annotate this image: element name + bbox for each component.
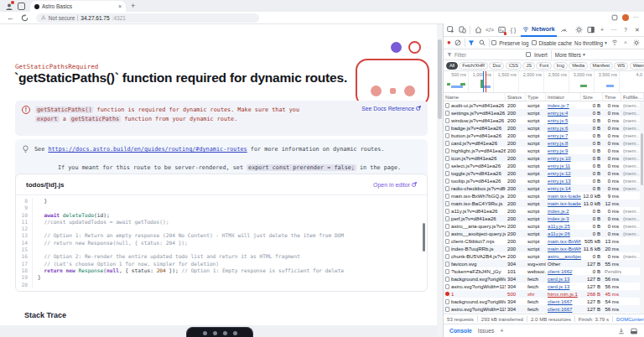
request-initiator[interactable]: card.js:13: [548, 283, 569, 289]
filter-input[interactable]: Filter: [447, 52, 522, 58]
drawer-tab--[interactable]: +: [500, 328, 503, 334]
filter-chip-ws[interactable]: WS: [614, 62, 628, 70]
network-row[interactable]: a11y.js?v=d841ea26200scriptindex.js:20 B…: [444, 207, 644, 215]
security-label[interactable]: Not secure: [49, 15, 75, 21]
filter-chip-img[interactable]: Img: [553, 62, 568, 70]
request-initiator[interactable]: htmx.min.js:1: [548, 291, 578, 297]
network-row[interactable]: icon.js?v=d841ea26200scriptentry.js:100 …: [444, 154, 644, 162]
request-initiator[interactable]: entry.js:14: [548, 185, 571, 191]
network-conditions-icon[interactable]: [610, 39, 619, 47]
filter-chip-js[interactable]: JS: [522, 62, 534, 70]
request-initiator[interactable]: entry.js:11: [548, 163, 570, 168]
request-name[interactable]: astro.svg?origWidth=1158&…: [451, 283, 506, 290]
sources-tab-icon[interactable]: { }: [509, 26, 517, 34]
elements-tab-icon[interactable]: </>: [486, 26, 494, 34]
filter-toggle-icon[interactable]: [467, 39, 475, 47]
invert-checkbox[interactable]: [526, 52, 531, 57]
astro-icon[interactable]: [203, 331, 207, 335]
preserve-log-checkbox[interactable]: [491, 40, 496, 45]
clear-button[interactable]: [454, 39, 462, 47]
network-row[interactable]: 1500xhrhtmx.min.js:1268 B45 ms: [444, 290, 644, 298]
device-toolbar-icon[interactable]: [458, 26, 466, 34]
extensions-icon[interactable]: [611, 14, 618, 21]
help-icon[interactable]: ?: [621, 26, 630, 34]
request-name[interactable]: card.js?v=d841ea26: [451, 139, 497, 147]
request-initiator[interactable]: index.js:2: [548, 208, 569, 214]
network-row[interactable]: tooltip.js?v=d841ea26200scriptentry.js:1…: [444, 177, 644, 184]
column-header-time[interactable]: Time: [603, 93, 621, 101]
request-name[interactable]: window.js?v=d841ea26: [451, 117, 504, 124]
add-panel-icon[interactable]: +: [598, 26, 606, 34]
column-header-name[interactable]: Name: [444, 93, 506, 101]
astro-dev-toolbar[interactable]: [186, 327, 253, 337]
open-in-editor-link[interactable]: Open in editor: [373, 182, 417, 188]
request-initiator[interactable]: main.tsx-BxWh7…: [548, 246, 581, 251]
dock-side-icon[interactable]: [586, 26, 595, 34]
page-scrollbar[interactable]: [437, 24, 443, 337]
request-initiator[interactable]: entry.js:13: [548, 178, 571, 184]
request-name[interactable]: main.tsx-BxWh7bGQ.js: [451, 192, 504, 200]
network-row[interactable]: astro__axobject-query.js?…200scripta11y.…: [444, 230, 644, 237]
network-row[interactable]: index-B7uujRRb.js200scriptmain.tsx-BxWh7…: [444, 245, 644, 252]
search-icon[interactable]: [478, 39, 486, 47]
docs-reference-link[interactable]: See Docs Reference: [361, 106, 421, 131]
filter-chip-font[interactable]: Font: [536, 62, 552, 70]
request-name[interactable]: astro.svg?origWidth=1158&…: [451, 305, 506, 313]
network-row[interactable]: astro.svg?origWidth=1158&…304fetchclient…: [444, 305, 644, 313]
request-name[interactable]: 1: [451, 290, 454, 298]
tab-network[interactable]: Network: [521, 23, 557, 37]
request-initiator[interactable]: main.tsx-BxWh7…: [548, 238, 581, 244]
network-row[interactable]: toggle.js?v=d841ea26200scriptentry.js:12…: [444, 169, 644, 177]
network-row[interactable]: badge.js?v=d841ea26200scriptentry.js:60 …: [444, 124, 644, 132]
expand-icon[interactable]: ^: [621, 39, 630, 47]
request-name[interactable]: settings.js?v=d841ea26: [451, 109, 505, 117]
refresh-button[interactable]: [21, 14, 29, 22]
request-name[interactable]: highlight.js?v=d841ea26: [451, 147, 506, 154]
request-initiator[interactable]: entry.js:10: [548, 155, 571, 161]
network-row[interactable]: background.svg?origWidth=…304fetchclient…: [444, 298, 644, 305]
network-row[interactable]: settings.js?v=d841ea26200scriptentry.js:…: [444, 109, 644, 117]
column-header-initiator[interactable]: Initiator: [546, 93, 581, 101]
table-scrollbar[interactable]: [640, 101, 644, 314]
invert-label[interactable]: Invert: [534, 52, 548, 58]
request-initiator[interactable]: client:1662: [548, 268, 572, 274]
network-row[interactable]: button.js?v=d841ea26200scriptentry.js:70…: [444, 132, 644, 139]
request-initiator[interactable]: index.js:3: [548, 215, 569, 221]
column-header-type[interactable]: Type: [526, 93, 546, 101]
network-row[interactable]: window.js?v=d841ea26200scriptentry.js:50…: [444, 117, 644, 124]
drawer-tab-issues[interactable]: Issues: [478, 328, 495, 334]
network-row[interactable]: background.svg?origWidth=…304fetchcard.j…: [444, 275, 644, 283]
network-row[interactable]: main.tsx-BaC4Y9Ru.js200scriptmain.tsx-lo…: [444, 200, 644, 207]
drawer-tab-console[interactable]: Console: [449, 328, 472, 334]
request-name[interactable]: client-C6tbkct7.mjs: [451, 237, 494, 245]
request-initiator[interactable]: entry.js:5: [548, 117, 568, 123]
browser-tab[interactable]: Astro Basics ×: [30, 1, 126, 12]
request-name[interactable]: astro__axobject-query.js?…: [451, 230, 506, 237]
request-initiator[interactable]: a11y.js:26: [548, 231, 570, 236]
network-row[interactable]: highlight.js?v=d841ea26200scriptentry.js…: [444, 147, 644, 154]
request-name[interactable]: radio-checkbox.js?v=d841…: [451, 184, 506, 192]
request-name[interactable]: perf.js?v=d841ea26: [451, 215, 496, 222]
column-header-status[interactable]: Status: [506, 93, 526, 101]
request-name[interactable]: index-B7uujRRb.js: [451, 245, 493, 252]
network-row[interactable]: chunk-BU5VA2B4.js?v=d84…200scriptastro__…: [444, 252, 644, 260]
request-name[interactable]: badge.js?v=d841ea26: [451, 124, 501, 132]
disable-cache-label[interactable]: Disable cache: [539, 40, 573, 46]
request-name[interactable]: tooltip.js?v=d841ea26: [451, 177, 501, 184]
audit-icon[interactable]: [223, 331, 227, 335]
tab-close-icon[interactable]: ×: [118, 3, 122, 9]
filter-chip-fetch-xhr[interactable]: Fetch/XHR: [459, 62, 488, 70]
record-button[interactable]: ●: [447, 39, 451, 46]
request-initiator[interactable]: main.tsx-loader…: [548, 200, 581, 206]
network-table-header[interactable]: NameStatusTypeInitiatorSizeTimeFulfille…: [444, 93, 644, 101]
request-initiator[interactable]: entry.js:8: [548, 140, 568, 146]
disable-cache-checkbox[interactable]: [532, 40, 537, 45]
workspaces-icon[interactable]: [18, 3, 25, 10]
performance-tab-icon[interactable]: [560, 26, 569, 34]
request-initiator[interactable]: a11y.js:25: [548, 223, 570, 229]
request-name[interactable]: main.tsx-BaC4Y9Ru.js: [451, 200, 502, 207]
request-name[interactable]: favicon.svg: [451, 260, 476, 267]
network-row[interactable]: radio-checkbox.js?v=d841…200scriptentry.…: [444, 184, 644, 192]
network-row[interactable]: ?token=aFZbJ4N_jGy101websoc…client:16620…: [444, 267, 644, 275]
back-button[interactable]: ←: [7, 13, 14, 22]
